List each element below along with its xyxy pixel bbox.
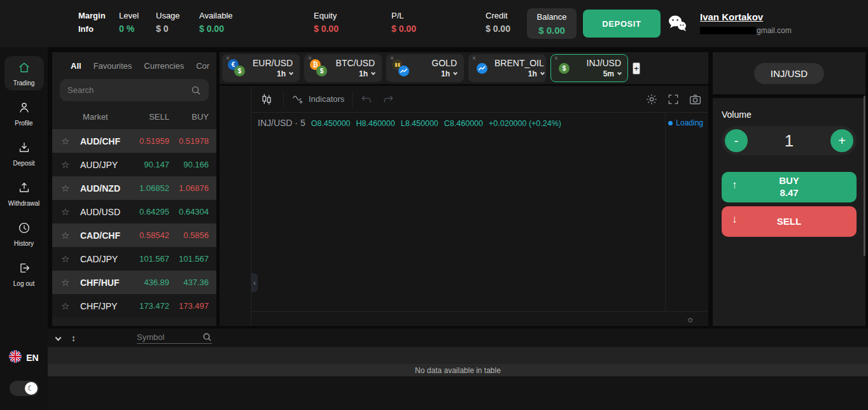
redo-icon[interactable] xyxy=(382,94,395,105)
tab-timeframe[interactable]: 1h xyxy=(359,69,375,78)
watchlist-panel: AllFavouritesCurrenciesCor Market SELL B… xyxy=(52,52,216,326)
favourite-star-icon[interactable]: ☆ xyxy=(61,277,80,288)
chart-legend: INJ/USD · 5 O8.450000 H8.460000 L8.45000… xyxy=(258,118,561,128)
deposit-button[interactable]: DEPOSIT xyxy=(583,10,661,38)
sidebar-item-withdrawal[interactable]: Withdrawal xyxy=(4,176,44,211)
tab-timeframe[interactable]: 1h xyxy=(277,69,293,78)
sell-price[interactable]: 0.51959 xyxy=(123,136,169,146)
undo-icon[interactable] xyxy=(360,94,373,105)
volume-increase-button[interactable]: + xyxy=(830,129,853,152)
search-box[interactable] xyxy=(60,79,209,101)
favourite-star-icon[interactable]: ☆ xyxy=(61,136,80,147)
favourite-star-icon[interactable]: ☆ xyxy=(61,206,80,218)
brightness-icon[interactable]: ☼ xyxy=(686,314,694,324)
sidebar-item-profile[interactable]: Profile xyxy=(4,96,44,131)
collapse-panel-icon[interactable] xyxy=(55,335,62,341)
chart-tab-brentoil[interactable]: ×BRENT_OIL1h xyxy=(468,54,546,82)
chevron-down-icon xyxy=(540,71,545,75)
buy-price[interactable]: 0.64304 xyxy=(169,207,209,216)
buy-price[interactable]: 437.36 xyxy=(169,278,209,287)
tab-timeframe[interactable]: 5m xyxy=(603,69,621,78)
watchlist-tab-currencies[interactable]: Currencies xyxy=(144,61,184,71)
sidebar-item-logout[interactable]: Log out xyxy=(4,257,44,291)
camera-icon[interactable] xyxy=(689,93,702,106)
favourite-star-icon[interactable]: ☆ xyxy=(61,253,80,265)
market-row[interactable]: ☆AUD/JPY90.14790.166 xyxy=(52,153,216,176)
market-row[interactable]: ☆CAD/JPY101.567101.567 xyxy=(52,247,216,271)
candle-style-icon[interactable] xyxy=(258,90,276,108)
watchlist-tab-favourites[interactable]: Favourites xyxy=(94,61,132,71)
buy-price: 8.47 xyxy=(780,187,798,199)
sell-price[interactable]: 0.64295 xyxy=(123,207,169,216)
sell-price[interactable]: 90.147 xyxy=(123,160,169,169)
buy-button[interactable]: ↑ BUY 8.47 xyxy=(722,172,857,202)
market-row[interactable]: ☆AUD/NZD1.068521.06876 xyxy=(52,176,216,200)
sidebar-item-trading[interactable]: Trading xyxy=(4,56,44,90)
tab-timeframe[interactable]: 1h xyxy=(441,69,457,78)
buy-price[interactable]: 0.51978 xyxy=(169,136,209,146)
sidebar-item-history[interactable]: History xyxy=(4,216,44,251)
favourite-star-icon[interactable]: ☆ xyxy=(61,300,80,312)
tab-meta: INJ/USD5m xyxy=(577,58,624,78)
vertical-scrollbar[interactable] xyxy=(864,95,865,256)
market-row[interactable]: ☆CHF/HUF436.89437.36 xyxy=(52,271,216,294)
chart-plot[interactable]: INJ/USD · 5 O8.450000 H8.460000 L8.45000… xyxy=(251,113,708,326)
theme-toggle[interactable]: ☾ xyxy=(10,381,39,396)
watchlist-tab-all[interactable]: All xyxy=(71,61,81,71)
tab-meta: GOLD1h xyxy=(412,58,459,78)
sell-price[interactable]: 436.89 xyxy=(123,278,169,287)
market-pair: CAD/CHF xyxy=(80,230,123,241)
market-row[interactable]: ☆AUD/CHF0.519590.51978 xyxy=(52,129,216,153)
language-switcher[interactable]: EN xyxy=(9,350,38,365)
chart-tab-btcusd[interactable]: ×₿$BTC/USD1h xyxy=(304,54,382,82)
add-chart-tab-button[interactable]: + xyxy=(633,62,640,74)
email-domain: gmail.com xyxy=(757,26,792,35)
chart-tab-eurusd[interactable]: ×€$EUR/USD1h xyxy=(222,54,300,82)
tab-timeframe[interactable]: 1h xyxy=(528,69,544,78)
search-input[interactable] xyxy=(67,85,191,95)
symbol-pill[interactable]: INJ/USD xyxy=(754,63,824,84)
buy-price[interactable]: 101.567 xyxy=(169,254,209,264)
favourite-star-icon[interactable]: ☆ xyxy=(61,159,80,171)
sell-price[interactable]: 173.472 xyxy=(123,301,169,311)
buy-price[interactable]: 173.497 xyxy=(169,301,209,311)
indicators-button[interactable]: Indicators xyxy=(291,93,344,106)
collapse-toolbar-handle[interactable]: ‹ xyxy=(251,273,258,292)
market-row[interactable]: ☆AUD/USD0.642950.64304 xyxy=(52,200,216,223)
stat-value: $ 0 xyxy=(156,22,180,36)
symbol-filter[interactable] xyxy=(137,332,212,344)
sidebar-item-deposit[interactable]: Deposit xyxy=(4,136,44,171)
user-name[interactable]: Ivan Kortakov xyxy=(700,11,792,22)
balance-label: Balance xyxy=(527,11,577,24)
time-axis[interactable]: ☼ xyxy=(251,311,708,326)
wechat-icon[interactable] xyxy=(668,15,688,32)
symbol-icons: €$ xyxy=(228,59,248,80)
tab-meta: BRENT_OIL1h xyxy=(494,58,547,78)
price-axis[interactable] xyxy=(665,113,708,311)
sell-price[interactable]: 0.58542 xyxy=(123,230,169,240)
watchlist-tab-cor[interactable]: Cor xyxy=(196,61,209,71)
candlestick-chart[interactable] xyxy=(251,113,665,311)
buy-price[interactable]: 90.166 xyxy=(169,160,209,169)
favourite-star-icon[interactable]: ☆ xyxy=(61,230,80,241)
sidebar-item-label: History xyxy=(14,240,34,247)
buy-price[interactable]: 0.5856 xyxy=(169,230,209,240)
user-email: gmail.com xyxy=(700,26,792,35)
topbar-stat-available: Available$ 0.00 xyxy=(199,10,233,36)
market-row[interactable]: ☆CAD/CHF0.585420.5856 xyxy=(52,223,216,247)
fullscreen-icon[interactable] xyxy=(667,93,680,106)
chart-tab-injusd[interactable]: ×$INJ/USD5m xyxy=(550,54,628,82)
market-row[interactable]: ☆CHF/JPY173.472173.497 xyxy=(52,294,216,318)
sell-button[interactable]: ↓ SELL xyxy=(722,206,857,237)
sell-price[interactable]: 1.06852 xyxy=(123,183,169,193)
symbol-filter-input[interactable] xyxy=(137,332,202,342)
symbol-icons: ▮▮ xyxy=(392,59,412,80)
buy-price[interactable]: 1.06876 xyxy=(169,183,209,193)
chart-tab-gold[interactable]: ×▮▮GOLD1h xyxy=(386,54,464,82)
favourite-star-icon[interactable]: ☆ xyxy=(61,183,80,194)
resize-panel-icon[interactable]: ↕ xyxy=(71,333,76,343)
sell-price[interactable]: 101.567 xyxy=(123,254,169,264)
drawing-toolbar xyxy=(220,86,251,326)
settings-gear-icon[interactable] xyxy=(645,93,658,106)
volume-decrease-button[interactable]: - xyxy=(725,129,748,152)
